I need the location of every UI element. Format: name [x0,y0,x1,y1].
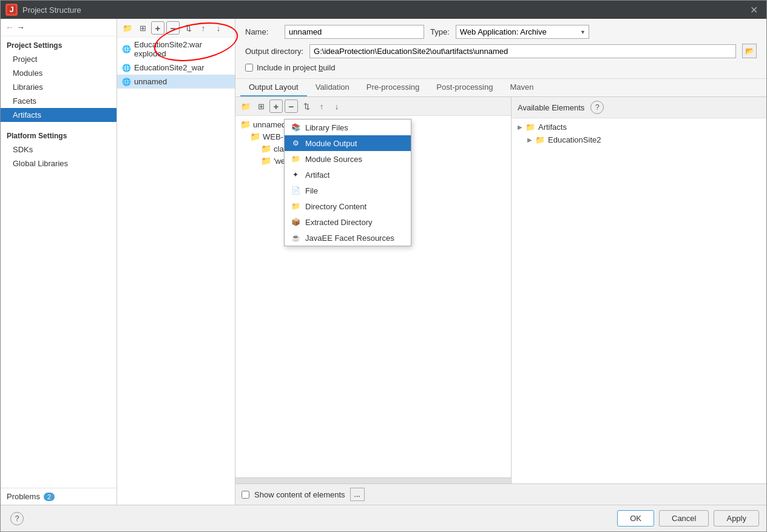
output-dir-input[interactable] [309,44,736,58]
avail-label-artifacts: Artifacts [538,123,567,132]
columns-btn[interactable]: ⊞ [136,21,149,35]
sidebar-item-modules[interactable]: Modules [1,66,117,80]
back-arrow[interactable]: ← [5,22,14,32]
folder-btn[interactable]: 📁 [121,21,134,35]
type-select-wrapper: Web Application: Archive [456,25,589,39]
sidebar-item-facets[interactable]: Facets [1,94,117,108]
available-elements-header: Available Elements ? [512,97,766,118]
output-up-btn[interactable]: ↑ [315,99,328,113]
sidebar-item-global-libraries[interactable]: Global Libraries [1,157,117,170]
down-btn[interactable]: ↓ [212,21,225,35]
dropdown-file[interactable]: 📄 File [285,183,411,198]
forward-arrow[interactable]: → [16,22,25,32]
output-right: Available Elements ? ▶ 📁 Artifacts ▶ 📁 E… [512,97,766,483]
dropdown-artifact[interactable]: ✦ Artifact [285,167,411,183]
artifact-label-drop: Artifact [305,170,329,180]
folder-icon-classes: 📁 [261,144,271,153]
show-content-checkbox[interactable] [242,491,249,499]
avail-arrow-artifacts: ▶ [518,124,522,130]
add-btn[interactable]: + [151,21,164,35]
sidebar-item-sdks[interactable]: SDKs [1,143,117,157]
output-layout: 📁 ⊞ + − ⇅ ↑ ↓ 📚 Library Files [235,97,766,483]
available-tree: ▶ 📁 Artifacts ▶ 📁 EducationSite2 [512,118,766,483]
output-add-btn[interactable]: + [269,99,283,113]
tab-validation[interactable]: Validation [307,79,358,96]
titlebar: J Project Structure ✕ [1,1,766,19]
close-button[interactable]: ✕ [746,3,762,17]
help-button[interactable]: ? [590,101,604,114]
include-label: Include in project build [257,63,335,72]
directory-content-icon: 📁 [291,201,300,211]
artifact-icon-3: 🌐 [122,78,131,86]
sidebar-item-project[interactable]: Project [1,52,117,66]
output-sort-btn[interactable]: ⇅ [300,99,313,113]
directory-content-label: Directory Content [305,202,367,211]
up-btn[interactable]: ↑ [197,21,210,35]
artifact-item-2[interactable]: 🌐 EducationSite2_war [117,61,235,75]
folder-icon-web-inf: 📁 [250,132,260,141]
artifact-icon-2: 🌐 [122,64,131,72]
output-toolbar: 📁 ⊞ + − ⇅ ↑ ↓ 📚 Library Files [235,97,511,116]
window-title: Project Structure [22,5,746,15]
avail-label-education: EducationSite2 [548,135,601,144]
output-folder-btn[interactable]: 📁 [239,99,252,113]
type-label: Type: [430,27,450,36]
problems-badge: 2 [44,493,55,501]
artifact-item-3[interactable]: 🌐 unnamed [117,75,235,89]
avail-artifacts[interactable]: ▶ 📁 Artifacts [512,121,766,133]
project-settings-heading: Project Settings [1,36,117,52]
dropdown-library-files[interactable]: 📚 Library Files [285,120,411,135]
type-select[interactable]: Web Application: Archive [456,25,589,39]
dropdown-extracted-directory[interactable]: 📦 Extracted Directory [285,214,411,230]
ok-button[interactable]: OK [617,510,654,527]
avail-folder-icon: 📁 [525,123,535,132]
apply-button[interactable]: Apply [714,510,759,527]
name-input[interactable] [285,25,424,39]
dialog-help-button[interactable]: ? [10,512,24,525]
show-content-label: Show content of elements [254,490,345,499]
avail-arrow-education: ▶ [527,136,532,143]
output-remove-btn[interactable]: − [285,99,298,113]
browse-button[interactable]: 📂 [742,44,757,58]
sidebar-item-libraries[interactable]: Libraries [1,80,117,94]
artifact-label-2: EducationSite2_war [134,63,204,72]
form-header: Name: Type: Web Application: Archive Out… [235,19,766,79]
artifact-label-1: EducationSite2:war exploded [134,40,230,58]
output-columns-btn[interactable]: ⊞ [254,99,268,113]
module-sources-label: Module Sources [305,155,362,164]
tab-maven[interactable]: Maven [501,79,542,96]
avail-education-site[interactable]: ▶ 📁 EducationSite2 [512,133,766,146]
module-output-label: Module Output [305,139,357,148]
dialog-footer: ? OK Cancel Apply [1,505,766,531]
artifact-icon-1: 🌐 [122,45,131,53]
dropdown-javaee-facet[interactable]: ☕ JavaEE Facet Resources [285,230,411,246]
dropdown-module-output[interactable]: ⚙ Module Output [285,135,411,151]
more-button[interactable]: ... [350,488,365,501]
dropdown-module-sources[interactable]: 📁 Module Sources [285,151,411,167]
file-label-drop: File [305,186,318,195]
tab-pre-processing[interactable]: Pre-processing [358,79,428,96]
tab-post-processing[interactable]: Post-processing [428,79,501,96]
app-icon: J [5,4,18,16]
dropdown-directory-content[interactable]: 📁 Directory Content [285,198,411,214]
cancel-button[interactable]: Cancel [659,510,709,527]
svg-text:J: J [9,5,13,14]
remove-btn[interactable]: − [166,21,180,35]
folder-icon-web: 📁 [261,156,271,166]
sidebar-item-artifacts[interactable]: Artifacts [1,108,117,122]
module-sources-icon: 📁 [291,154,300,164]
tab-output-layout[interactable]: Output Layout [240,79,307,96]
dropdown-menu: 📚 Library Files ⚙ Module Output 📁 Module… [284,119,411,246]
include-checkbox[interactable] [245,64,253,72]
artifact-item-1[interactable]: 🌐 EducationSite2:war exploded [117,38,235,61]
name-row: Name: Type: Web Application: Archive [245,25,757,39]
output-down-btn[interactable]: ↓ [330,99,343,113]
problems-row: Problems 2 [1,488,117,505]
javaee-facet-label: JavaEE Facet Resources [305,234,394,243]
extracted-directory-label: Extracted Directory [305,218,373,227]
output-dir-label: Output directory: [245,47,303,56]
sort-btn[interactable]: ⇅ [181,21,195,35]
include-row: Include in project build [245,63,757,72]
horizontal-scrollbar[interactable] [235,477,511,483]
avail-folder-icon-edu: 📁 [535,135,545,144]
